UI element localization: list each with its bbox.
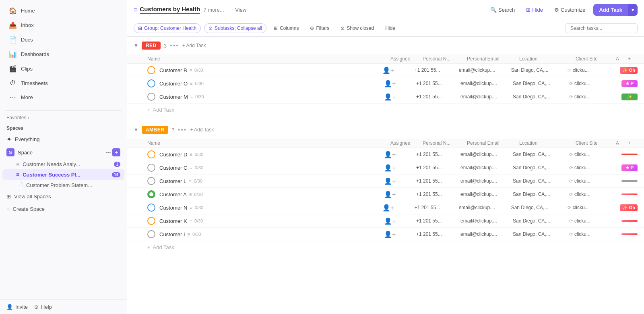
row-phone-amber-4: +1 201 55...	[415, 205, 459, 210]
site-value: clicku...	[573, 205, 589, 210]
home-icon: 🏠	[9, 7, 17, 15]
sidebar-item-everything[interactable]: ✦ Everything	[0, 133, 127, 146]
group-add-task-red[interactable]: + Add Task	[182, 43, 206, 48]
add-task-row-amber[interactable]: +Add Task	[127, 241, 644, 254]
subtask-count: 0/30	[194, 179, 202, 183]
row-location-amber-5: San Diego, CA,...	[513, 218, 569, 224]
th-client-site-amber: Client Site	[576, 140, 616, 146]
group-header-amber: ▼ AMBER 7 ••• + Add Task	[127, 121, 644, 139]
add-task-chevron[interactable]: ▾	[628, 4, 638, 16]
group-count-red: 3	[164, 43, 167, 49]
topbar: ≡ Customers by Health 7 more... + View 🔍…	[127, 0, 644, 20]
table-row[interactable]: Customer M ≡ 0/30 👤+ +1 201 55... email@…	[127, 90, 644, 104]
sidebar-item-inbox[interactable]: 📥Inbox	[2, 18, 124, 32]
row-pill-amber-2	[621, 180, 638, 182]
row-site-red-2: ⟳ clicku...	[569, 94, 609, 100]
sidebar-item-clips[interactable]: 🎬Clips	[2, 62, 124, 76]
table-row[interactable]: Customer A ≡ 0/30 👤+ +1 201 55... email@…	[127, 188, 644, 201]
table-row[interactable]: Customer D ≡ 0/30 👤+ +1 201 55... email@…	[127, 148, 644, 161]
group-pill[interactable]: ⊞ Group: Customer Health	[134, 23, 201, 33]
th-add-amber[interactable]: +	[628, 140, 638, 146]
hide-button[interactable]: ⊞ Hide	[523, 5, 546, 15]
sidebar-item-home[interactable]: 🏠Home	[2, 4, 124, 18]
columns-button[interactable]: ⊞ Columns	[270, 24, 303, 33]
sidebar-subitem-customer-needs[interactable]: ≡Customer Needs Analy...1	[0, 159, 127, 169]
table-row[interactable]: Customer N ≡ 0/30 👤+ +1 201 55... email@…	[127, 201, 644, 214]
group-count-amber: 7	[171, 127, 174, 133]
help-button[interactable]: ⊙ Help	[34, 304, 52, 310]
row-assignee-amber-2[interactable]: 👤+	[384, 177, 416, 185]
row-status-amber-0	[147, 150, 155, 158]
row-pill-amber-4: ✨ Oh	[620, 204, 638, 211]
row-assignee-amber-3[interactable]: 👤+	[384, 191, 416, 198]
sidebar-subitem-customer-problem[interactable]: 📄Customer Problem Statem...	[0, 180, 127, 190]
create-space[interactable]: + Create Space	[0, 203, 127, 215]
row-assignee-amber-0[interactable]: 👤+	[384, 151, 416, 158]
hide-toolbar-button[interactable]: Hide	[381, 24, 399, 33]
sidebar-item-docs[interactable]: 📄Docs	[2, 33, 124, 47]
row-name-amber-1: Customer C ≡ 0/30	[159, 165, 384, 171]
subtask-count: 0/30	[195, 81, 204, 86]
more-label: More	[21, 94, 33, 100]
row-assignee-red-2[interactable]: 👤+	[384, 93, 416, 101]
add-task-button[interactable]: Add Task	[593, 4, 628, 16]
row-phone-amber-3: +1 201 55...	[416, 191, 460, 197]
sidebar-item-dashboards[interactable]: 📊Dashboards	[2, 47, 124, 61]
th-client-site-red: Client Site	[576, 56, 616, 62]
table-row[interactable]: Customer C ≡ 0/30 👤+ +1 201 55... email@…	[127, 161, 644, 175]
row-assignee-red-1[interactable]: 👤+	[384, 80, 416, 87]
everything-label: Everything	[15, 136, 39, 142]
search-tasks-input[interactable]	[565, 23, 638, 33]
subtask-icon: ≡	[189, 192, 192, 197]
hide-icon: ⊞	[526, 7, 530, 13]
invite-button[interactable]: 👤 Invite	[6, 304, 28, 310]
topbar-more[interactable]: 7 more...	[203, 7, 224, 13]
content-area: ▼ RED 3 ••• + Add Task Name Assignee Per…	[127, 37, 644, 314]
row-assignee-amber-1[interactable]: 👤+	[384, 164, 416, 172]
search-label: Search	[498, 7, 515, 13]
customize-button[interactable]: ⚙ Customize	[551, 5, 588, 15]
space-add-button[interactable]: +	[112, 148, 120, 156]
table-row[interactable]: Customer B ≡ 0/30 👤+ +1 201 55... email@…	[127, 64, 644, 77]
sidebar-item-more[interactable]: ⋯More	[2, 90, 124, 104]
group-chevron-red[interactable]: ▼	[134, 43, 138, 48]
show-closed-button[interactable]: ⊙ Show closed	[336, 24, 378, 33]
refresh-icon: ⟳	[569, 192, 573, 197]
row-name-amber-3: Customer A ≡ 0/30	[159, 191, 384, 198]
th-personal-n-red: Personal N...	[423, 56, 467, 62]
view-all-spaces[interactable]: ⊞ View all Spaces	[0, 190, 127, 203]
group-add-task-amber[interactable]: + Add Task	[190, 127, 214, 133]
sidebar-item-timesheets[interactable]: ⏱Timesheets	[2, 76, 124, 90]
search-button[interactable]: 🔍 Search	[487, 5, 518, 15]
subtask-count: 0/30	[194, 218, 203, 223]
filters-label: Filters	[316, 25, 329, 31]
row-status-amber-2	[147, 177, 155, 185]
th-add-red[interactable]: +	[628, 56, 638, 62]
topbar-view-button[interactable]: + View	[227, 5, 250, 15]
table-row[interactable]: Customer K ≡ 0/30 👤+ +1 201 55... email@…	[127, 214, 644, 228]
group-dots-amber[interactable]: •••	[178, 126, 187, 133]
subtask-count: 0/30	[195, 152, 203, 157]
sidebar-space-item[interactable]: S Space ••• +	[0, 146, 127, 159]
filters-button[interactable]: ⊜ Filters	[306, 24, 333, 33]
refresh-icon: ⟳	[569, 152, 573, 157]
favorites-label[interactable]: Favorites ›	[6, 115, 120, 121]
table-row[interactable]: Customer I ≡ 0/30 👤+ +1 201 55... email@…	[127, 228, 644, 241]
row-phone-amber-0: +1 201 55...	[416, 152, 460, 157]
group-badge-amber: AMBER	[142, 126, 169, 134]
row-assignee-amber-6[interactable]: 👤+	[384, 231, 416, 238]
row-pill-red-0: ✨ Oh	[620, 67, 638, 74]
th-personal-email-red: Personal Email	[467, 56, 519, 62]
table-row[interactable]: Customer O ≡ 0/30 👤+ +1 201 55... email@…	[127, 77, 644, 90]
row-assignee-amber-5[interactable]: 👤+	[384, 217, 416, 225]
sidebar-subitem-customer-success[interactable]: ≡Customer Success Pl...14	[2, 169, 124, 180]
row-assignee-red-0[interactable]: 👤+	[382, 67, 415, 74]
row-assignee-amber-4[interactable]: 👤+	[382, 204, 415, 212]
invite-label: Invite	[15, 304, 28, 310]
add-task-row-red[interactable]: +Add Task	[127, 104, 644, 116]
subtasks-pill[interactable]: ⊙ Subtasks: Collapse all	[204, 23, 266, 33]
space-more-dots[interactable]: •••	[106, 150, 111, 155]
table-row[interactable]: Customer L ≡ 0/30 👤+ +1 201 55... email@…	[127, 175, 644, 188]
group-dots-red[interactable]: •••	[170, 42, 179, 49]
group-chevron-amber[interactable]: ▼	[134, 127, 138, 133]
